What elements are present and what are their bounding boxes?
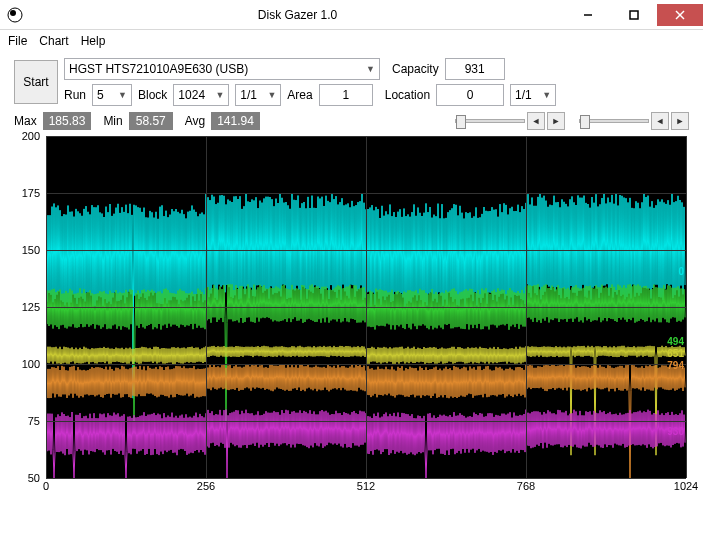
series-label-930: 930 — [667, 426, 684, 437]
min-value: 58.57 — [129, 112, 173, 130]
capacity-value: 931 — [445, 58, 505, 80]
block-label: Block — [138, 88, 167, 102]
x-tick-label: 1024 — [674, 480, 698, 492]
y-tick-label: 50 — [28, 472, 40, 484]
run-select[interactable]: 5▼ — [92, 84, 132, 106]
min-label: Min — [103, 114, 122, 128]
y-tick-label: 75 — [28, 415, 40, 427]
start-button-label: Start — [23, 75, 48, 89]
minimize-button[interactable] — [565, 4, 611, 26]
y-tick-label: 175 — [22, 187, 40, 199]
close-button[interactable] — [657, 4, 703, 26]
x-tick-label: 512 — [357, 480, 375, 492]
window-title: Disk Gazer 1.0 — [30, 8, 565, 22]
chevron-down-icon: ▼ — [114, 90, 127, 100]
area-input[interactable]: 1 — [319, 84, 373, 106]
slider-1[interactable]: ◄ ► — [455, 112, 565, 130]
series-label-494: 494 — [667, 336, 684, 347]
title-bar: Disk Gazer 1.0 — [0, 0, 703, 30]
slider-1-left-button[interactable]: ◄ — [527, 112, 545, 130]
x-tick-label: 256 — [197, 480, 215, 492]
location-input[interactable]: 0 — [436, 84, 504, 106]
capacity-label: Capacity — [392, 62, 439, 76]
start-button[interactable]: Start — [14, 60, 58, 104]
menu-help[interactable]: Help — [81, 34, 106, 48]
drive-select-value: HGST HTS721010A9E630 (USB) — [69, 62, 362, 76]
menu-file[interactable]: File — [8, 34, 27, 48]
app-icon — [0, 7, 30, 23]
menu-bar: File Chart Help — [0, 30, 703, 52]
svg-rect-3 — [630, 11, 638, 19]
x-axis: 02565127681024 — [46, 480, 686, 496]
series-label-794: 794 — [667, 360, 684, 371]
slider-2-right-button[interactable]: ► — [671, 112, 689, 130]
series-label-651: 651 — [667, 348, 684, 359]
max-value: 185.83 — [43, 112, 92, 130]
area-label: Area — [287, 88, 312, 102]
series-label-0: 0 — [678, 266, 684, 277]
x-tick-label: 0 — [43, 480, 49, 492]
slider-2[interactable]: ◄ ► — [579, 112, 689, 130]
chart-area: 5075100125150175200 0494651794930 025651… — [14, 136, 689, 498]
slider-1-right-button[interactable]: ► — [547, 112, 565, 130]
plot-area: 0494651794930 — [46, 136, 686, 478]
chevron-down-icon: ▼ — [211, 90, 224, 100]
avg-label: Avg — [185, 114, 205, 128]
avg-value: 141.94 — [211, 112, 260, 130]
location-label: Location — [385, 88, 430, 102]
run-label: Run — [64, 88, 86, 102]
max-label: Max — [14, 114, 37, 128]
chevron-down-icon: ▼ — [263, 90, 276, 100]
block-ratio-select[interactable]: 1/1▼ — [235, 84, 281, 106]
slider-2-left-button[interactable]: ◄ — [651, 112, 669, 130]
chevron-down-icon: ▼ — [362, 64, 375, 74]
maximize-button[interactable] — [611, 4, 657, 26]
menu-chart[interactable]: Chart — [39, 34, 68, 48]
y-tick-label: 100 — [22, 358, 40, 370]
location-ratio-select[interactable]: 1/1▼ — [510, 84, 556, 106]
block-select[interactable]: 1024▼ — [173, 84, 229, 106]
x-tick-label: 768 — [517, 480, 535, 492]
y-axis: 5075100125150175200 — [14, 136, 44, 478]
y-tick-label: 150 — [22, 244, 40, 256]
y-tick-label: 200 — [22, 130, 40, 142]
svg-point-1 — [10, 10, 16, 16]
y-tick-label: 125 — [22, 301, 40, 313]
controls-panel: Start HGST HTS721010A9E630 (USB) ▼ Capac… — [0, 52, 703, 136]
drive-select[interactable]: HGST HTS721010A9E630 (USB) ▼ — [64, 58, 380, 80]
chevron-down-icon: ▼ — [538, 90, 551, 100]
